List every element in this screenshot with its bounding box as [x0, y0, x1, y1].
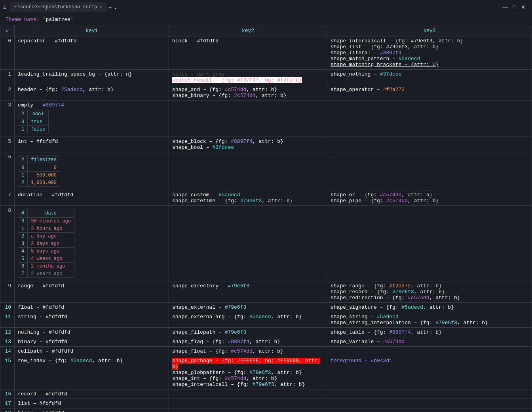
row-1-key3: shape_nothing – #3fdcee [327, 70, 532, 85]
active-tab[interactable]: ~\source\repos\forks\nu_scrip ✕ [10, 2, 106, 12]
inner-row-num: 3 [18, 240, 28, 248]
new-tab-button[interactable]: + [108, 4, 112, 10]
inner-filesize-2: 1,000,000 [28, 179, 60, 187]
row-10-key3: shape_signature – {fg: #5adecd, attr: b} [327, 303, 532, 312]
table-row: 7 duration – #fdfdfd shape_custom – #5ad… [0, 190, 532, 206]
row-10-key1: float – #fdfdfd [15, 303, 169, 312]
tab-list-button[interactable]: ⌄ [113, 4, 118, 10]
row-0-key2: block – #fdfdfd [169, 36, 327, 70]
row-12-key1: nothing – #fdfdfd [15, 328, 169, 337]
inner-row: 1 false [18, 126, 49, 133]
row-16-key2 [169, 389, 327, 399]
table-row: 0 separator – #fdfdfd block – #fdfdfd sh… [0, 36, 532, 70]
row-num-2: 2 [0, 85, 15, 101]
filesizes-inner-table: # filesizes 0 0 1 500,000 [18, 156, 60, 187]
inner-row: 5 4 weeks ago [18, 255, 74, 263]
row-15-key2: shape_garbage – {fg: #FFFFFF, bg: #FF000… [169, 356, 327, 389]
inner-row-num: 0 [18, 118, 28, 126]
tab-close-icon[interactable]: ✕ [99, 4, 102, 9]
header-hash: # [0, 25, 15, 36]
restore-button[interactable]: □ [513, 4, 516, 10]
row-11-key3: shape_string – #5adecd shape_string_inte… [327, 312, 532, 328]
inner-row: 2 1,000,000 [18, 179, 60, 187]
minimize-button[interactable]: — [503, 4, 508, 10]
inner-row-num: 1 [18, 126, 28, 133]
inner-header-bool: bool [28, 110, 49, 118]
table-row: 17 list – #fdfdfd [0, 399, 532, 408]
window-controls: — □ ✕ [503, 4, 529, 10]
row-14-key3 [327, 347, 532, 356]
inner-row: 7 2 years ago [18, 270, 74, 278]
row-2-key3: shape_operator – #f2a272 [327, 85, 532, 101]
close-button[interactable]: ✕ [521, 4, 526, 10]
table-row: 13 binary – #fdfdfd shape_flag – {fg: #8… [0, 337, 532, 347]
inner-date-1: 3 hours ago [28, 225, 74, 233]
row-12-key2: shape_filepath – #79e6f3 [169, 328, 327, 337]
row-num-6: 6 [0, 152, 15, 190]
inner-row-num: 7 [18, 270, 28, 278]
row-16-key1: record – #fdfdfd [15, 389, 169, 399]
titlebar: Σ ~\source\repos\forks\nu_scrip ✕ + ⌄ — … [0, 0, 532, 14]
row-3-key2 [169, 101, 327, 137]
row-16-key3 [327, 389, 532, 399]
inner-date-5: 4 weeks ago [28, 255, 74, 263]
table-row: 18 block – #fdfdfd [0, 408, 532, 412]
row-num-9: 9 [0, 281, 15, 303]
row-num-7: 7 [0, 190, 15, 206]
row-11-key2: shape_externalarg – {fg: #5adecd, attr: … [169, 312, 327, 328]
row-13-key2: shape_flag – {fg: #8897f4, attr: b} [169, 337, 327, 347]
row-num-11: 11 [0, 312, 15, 328]
row-8-key3 [327, 206, 532, 281]
inner-row: 1 500,000 [18, 172, 60, 179]
row-14-key1: cellpath – #fdfdfd [15, 347, 169, 356]
header-key3: key3 [327, 25, 532, 36]
row-num-0: 0 [0, 36, 15, 70]
inner-row-num: 6 [18, 263, 28, 270]
inner-row-num: 2 [18, 233, 28, 240]
row-2-key1: header – {fg: #5adecd, attr: b} [15, 85, 169, 101]
row-1-key1: leading_trailing_space_bg – {attr: n} [15, 70, 169, 85]
row-11-key1: string – #fdfdfd [15, 312, 169, 328]
table-row: 1 leading_trailing_space_bg – {attr: n} … [0, 70, 532, 85]
inner-row-num: 0 [18, 164, 28, 172]
row-num-17: 17 [0, 399, 15, 408]
row-5-key1: int – #fdfdfd [15, 137, 169, 152]
theme-prefix: Theme name: [6, 17, 43, 23]
table-row: 12 nothing – #fdfdfd shape_filepath – #7… [0, 328, 532, 337]
inner-header-hash: # [18, 156, 28, 164]
row-7-key1: duration – #fdfdfd [15, 190, 169, 206]
terminal-icon: Σ [3, 4, 6, 10]
row-num-3: 3 [0, 101, 15, 137]
inner-bool-false: false [28, 126, 49, 133]
row-10-key2: shape_external – #79e6f3 [169, 303, 327, 312]
table-row: 16 record – #fdfdfd [0, 389, 532, 399]
table-row: 9 range – #fdfdfd shape_directory – #79e… [0, 281, 532, 303]
row-num-15: 15 [0, 356, 15, 389]
row-6-key3 [327, 152, 532, 190]
date-inner-table: # date 0 30 minutes ago 1 3 hours ago [18, 209, 74, 278]
table-row: 6 # filesizes 0 0 [0, 152, 532, 190]
inner-date-3: 2 days ago [28, 240, 74, 248]
inner-header-hash: # [18, 110, 28, 118]
row-8-key2 [169, 206, 327, 281]
row-9-key2: shape_directory – #79e6f3 [169, 281, 327, 303]
inner-row: 0 0 [18, 164, 60, 172]
row-5-key3 [327, 137, 532, 152]
inner-row-num: 1 [18, 225, 28, 233]
row-18-key3 [327, 408, 532, 412]
titlebar-left: Σ ~\source\repos\forks\nu_scrip ✕ + ⌄ [3, 2, 503, 12]
theme-line: Theme name: 'palmtree' [0, 14, 532, 25]
theme-name: 'palmtree' [43, 17, 74, 23]
table-row: 14 cellpath – #fdfdfd shape_float – {fg:… [0, 347, 532, 356]
inner-row: 0 true [18, 118, 49, 126]
inner-row-num: 1 [18, 172, 28, 179]
inner-date-4: 5 days ago [28, 248, 74, 255]
inner-row: 0 30 minutes ago [18, 218, 74, 225]
header-key1: key1 [15, 25, 169, 36]
row-num-18: 18 [0, 408, 15, 412]
inner-row-num: 0 [18, 218, 28, 225]
row-0-key1: separator – #fdfdfd [15, 36, 169, 70]
inner-row: 3 2 days ago [18, 240, 74, 248]
inner-header-hash: # [18, 209, 28, 218]
inner-row-num: 4 [18, 248, 28, 255]
